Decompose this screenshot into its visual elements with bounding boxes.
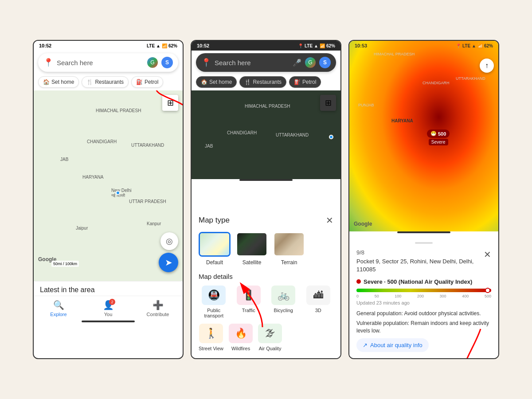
streetview-icon: 🚶 bbox=[199, 324, 223, 343]
network-1: LTE bbox=[147, 43, 155, 48]
layers-btn-1[interactable]: ⊞ bbox=[162, 95, 178, 111]
network-2: LTE bbox=[305, 43, 313, 48]
search-input-1[interactable]: Search here bbox=[57, 59, 144, 66]
nav-you[interactable]: 👤 2 You bbox=[83, 300, 133, 317]
modal-title: Map type bbox=[199, 216, 230, 225]
navigation-btn-1[interactable]: ➤ bbox=[159, 253, 178, 272]
severity-dot bbox=[356, 279, 361, 284]
google-lens-icon-2[interactable]: G bbox=[305, 57, 316, 68]
search-bar-1[interactable]: 📍 Search here G S bbox=[38, 53, 178, 72]
map-type-default[interactable]: Default bbox=[199, 232, 231, 266]
location-dot-1 bbox=[116, 191, 120, 195]
quick-actions-1: 🏠 Set home 🍴 Restaurants ⛽ Petrol bbox=[34, 74, 183, 90]
google-lens-icon-1[interactable]: G bbox=[147, 57, 158, 68]
scale-bar-1: 50mi / 100km bbox=[51, 261, 79, 267]
status-bar-2: 10:52 📍 LTE ▲ 📶 62% bbox=[192, 41, 340, 51]
restaurants-btn[interactable]: 🍴 Restaurants bbox=[82, 76, 129, 88]
map-pin-icon: 📍 bbox=[43, 58, 53, 67]
3d-icon: 🏙 bbox=[306, 286, 330, 305]
map-label-kanpur: Kanpur bbox=[147, 221, 161, 226]
map-type-satellite[interactable]: Satellite bbox=[236, 232, 268, 266]
petrol-btn-2[interactable]: ⛽ Petrol bbox=[289, 76, 321, 88]
status-icons-1: LTE ▲ 📶 62% bbox=[147, 43, 177, 48]
aqi-bar bbox=[356, 289, 491, 292]
heatmap-bg: HIMACHAL PRADESH CHANDIGARH UTTARAKHAND … bbox=[349, 41, 498, 231]
location-btn-1[interactable]: ◎ bbox=[160, 232, 178, 250]
search-bar-2[interactable]: 📍 Search here 🎤 G S bbox=[196, 53, 336, 72]
map-details-row1: 🚇 Public transport 🚦 Traffic 🚲 Bicycling… bbox=[199, 286, 333, 318]
map-type-terrain[interactable]: Terrain bbox=[273, 232, 305, 266]
nav-explore[interactable]: 🔍 Explore bbox=[34, 300, 83, 317]
phone-1: 10:52 LTE ▲ 📶 62% 📍 Search here G S 🏠 Se… bbox=[33, 40, 184, 359]
set-home-btn[interactable]: 🏠 Set home bbox=[38, 76, 79, 88]
map-label-jaipur: Jaipur bbox=[76, 226, 88, 231]
bottom-sheet-latest: Latest in the area bbox=[34, 281, 183, 296]
panel-fraction: 9/8 bbox=[356, 249, 484, 256]
wildfire-icon: 🔥 bbox=[229, 324, 253, 343]
heatmap-label-himachal: HIMACHAL PRADESH bbox=[374, 52, 415, 56]
phone-2: 10:52 📍 LTE ▲ 📶 62% 📍 Search here 🎤 G S … bbox=[191, 40, 341, 359]
air-quality-panel: 9/8 Pocket 9, Sector 25, Rohini, New Del… bbox=[349, 236, 498, 358]
advice-vulnerable: Vulnerable population: Remain indoors an… bbox=[356, 320, 491, 335]
detail-streetview[interactable]: 🚶 Street View bbox=[199, 324, 223, 351]
aqi-marker[interactable]: 😷 500 Severe bbox=[427, 129, 450, 145]
map-thumb-default bbox=[199, 232, 231, 257]
wifi-icon: 📶 bbox=[162, 43, 167, 48]
avatar-2[interactable]: S bbox=[319, 57, 331, 68]
home-indicator-3 bbox=[349, 231, 498, 234]
biking-icon: 🚲 bbox=[271, 286, 295, 305]
aqi-icon: 😷 bbox=[430, 131, 437, 137]
status-bar-1: 10:52 LTE ▲ 📶 62% bbox=[34, 41, 183, 51]
map-label-jab-2: JAB bbox=[205, 144, 213, 149]
aqi-label: Severe bbox=[429, 139, 448, 145]
map-label-uttarakhand: UTTARAKHAND bbox=[131, 143, 164, 148]
panel-address: Pocket 9, Sector 25, Rohini, New Delhi, … bbox=[356, 258, 484, 274]
modal-close-btn[interactable]: ✕ bbox=[326, 215, 333, 226]
contribute-icon: ➕ bbox=[153, 300, 164, 310]
about-air-quality-btn[interactable]: ↗ About air quality info bbox=[356, 338, 429, 352]
location-icon-2: 📍 bbox=[298, 43, 303, 48]
detail-wildfires[interactable]: 🔥 Wildfires bbox=[229, 324, 253, 351]
aqi-value: 500 bbox=[438, 131, 446, 137]
nav-contribute[interactable]: ➕ Contribute bbox=[133, 300, 183, 317]
home-bar-1 bbox=[82, 321, 135, 322]
avatar-1[interactable]: S bbox=[161, 57, 173, 68]
compass-3[interactable]: ↑ bbox=[480, 59, 494, 73]
map-thumb-satellite bbox=[236, 232, 268, 257]
thumb-default-bg bbox=[200, 233, 229, 255]
search-input-2[interactable]: Search here bbox=[215, 59, 289, 66]
map-label-uttarakhand-2: UTTARAKHAND bbox=[276, 133, 309, 137]
map-label-delhi: New Delhi bbox=[111, 188, 132, 193]
map-type-grid: Default Satellite Terrain bbox=[199, 232, 333, 266]
map-area-1[interactable]: HIMACHAL PRADESH CHANDIGARH UTTARAKHAND … bbox=[34, 90, 183, 281]
quick-actions-2: 🏠 Set home 🍴 Restaurants ⛽ Petrol bbox=[192, 74, 340, 90]
map-pin-icon-2: 📍 bbox=[201, 58, 211, 67]
thumb-satellite-bg bbox=[237, 233, 266, 255]
map-bg-1: HIMACHAL PRADESH CHANDIGARH UTTARAKHAND … bbox=[34, 90, 183, 281]
wifi-icon-2: 📶 bbox=[320, 43, 325, 48]
map-details-row2: 🚶 Street View 🔥 Wildfires 🌫 Air Quality bbox=[199, 324, 333, 351]
detail-3d[interactable]: 🏙 3D bbox=[303, 286, 334, 318]
panel-close-btn[interactable]: ✕ bbox=[484, 249, 491, 260]
network-3: LTE bbox=[462, 43, 470, 48]
time-1: 10:52 bbox=[39, 43, 51, 48]
mic-icon-2[interactable]: 🎤 bbox=[293, 59, 301, 67]
detail-airquality[interactable]: 🌫 Air Quality bbox=[258, 324, 282, 351]
detail-traffic[interactable]: 🚦 Traffic bbox=[234, 286, 264, 318]
petrol-btn[interactable]: ⛽ Petrol bbox=[131, 76, 163, 88]
heatmap-area[interactable]: HIMACHAL PRADESH CHANDIGARH UTTARAKHAND … bbox=[349, 41, 498, 231]
status-bar-3: 10:53 📍 LTE ▲ 📶 62% bbox=[349, 41, 498, 51]
advice-general: General population: Avoid outdoor physic… bbox=[356, 310, 491, 317]
detail-public-transport[interactable]: 🚇 Public transport bbox=[199, 286, 229, 318]
map-details-title: Map details bbox=[199, 273, 333, 280]
restaurants-btn-2[interactable]: 🍴 Restaurants bbox=[239, 76, 286, 88]
battery-3: 62% bbox=[484, 43, 493, 48]
set-home-btn-2[interactable]: 🏠 Set home bbox=[196, 76, 237, 88]
detail-bicycling[interactable]: 🚲 Bicycling bbox=[268, 286, 299, 318]
external-link-icon: ↗ bbox=[363, 342, 368, 348]
layers-btn-2[interactable]: ⊞ bbox=[320, 95, 336, 111]
phone-3: 10:53 📍 LTE ▲ 📶 62% HIMACHAL PRADESH CHA… bbox=[348, 40, 499, 359]
home-bar-3 bbox=[397, 231, 450, 233]
map-label-uttar: UTTAR PRADESH bbox=[129, 199, 166, 204]
time-3: 10:53 bbox=[355, 43, 367, 48]
